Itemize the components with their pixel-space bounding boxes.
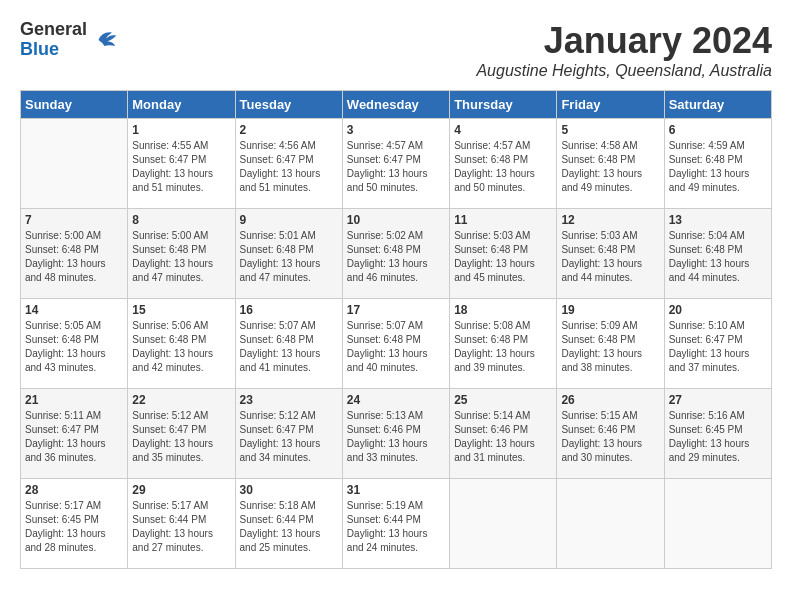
day-info: Sunrise: 5:07 AMSunset: 6:48 PMDaylight:… [347,320,428,373]
calendar-header-thursday: Thursday [450,91,557,119]
calendar-cell: 19Sunrise: 5:09 AMSunset: 6:48 PMDayligh… [557,299,664,389]
calendar-cell: 29Sunrise: 5:17 AMSunset: 6:44 PMDayligh… [128,479,235,569]
calendar-cell: 13Sunrise: 5:04 AMSunset: 6:48 PMDayligh… [664,209,771,299]
calendar-cell: 21Sunrise: 5:11 AMSunset: 6:47 PMDayligh… [21,389,128,479]
calendar-header-saturday: Saturday [664,91,771,119]
calendar-cell: 18Sunrise: 5:08 AMSunset: 6:48 PMDayligh… [450,299,557,389]
calendar-cell: 10Sunrise: 5:02 AMSunset: 6:48 PMDayligh… [342,209,449,299]
day-info: Sunrise: 5:00 AMSunset: 6:48 PMDaylight:… [132,230,213,283]
day-number: 14 [25,303,123,317]
day-number: 23 [240,393,338,407]
calendar-cell: 30Sunrise: 5:18 AMSunset: 6:44 PMDayligh… [235,479,342,569]
logo-bird-icon [91,25,121,55]
day-number: 9 [240,213,338,227]
day-info: Sunrise: 5:02 AMSunset: 6:48 PMDaylight:… [347,230,428,283]
day-number: 15 [132,303,230,317]
calendar-week-row: 21Sunrise: 5:11 AMSunset: 6:47 PMDayligh… [21,389,772,479]
day-number: 8 [132,213,230,227]
calendar-cell: 28Sunrise: 5:17 AMSunset: 6:45 PMDayligh… [21,479,128,569]
day-info: Sunrise: 5:04 AMSunset: 6:48 PMDaylight:… [669,230,750,283]
calendar-cell: 27Sunrise: 5:16 AMSunset: 6:45 PMDayligh… [664,389,771,479]
calendar-header-friday: Friday [557,91,664,119]
calendar-cell: 8Sunrise: 5:00 AMSunset: 6:48 PMDaylight… [128,209,235,299]
calendar-cell: 31Sunrise: 5:19 AMSunset: 6:44 PMDayligh… [342,479,449,569]
day-info: Sunrise: 5:10 AMSunset: 6:47 PMDaylight:… [669,320,750,373]
day-number: 11 [454,213,552,227]
calendar-header-monday: Monday [128,91,235,119]
calendar-cell: 14Sunrise: 5:05 AMSunset: 6:48 PMDayligh… [21,299,128,389]
day-number: 16 [240,303,338,317]
day-number: 30 [240,483,338,497]
day-number: 12 [561,213,659,227]
title-section: January 2024 Augustine Heights, Queensla… [476,20,772,80]
day-info: Sunrise: 5:13 AMSunset: 6:46 PMDaylight:… [347,410,428,463]
day-info: Sunrise: 5:15 AMSunset: 6:46 PMDaylight:… [561,410,642,463]
day-info: Sunrise: 4:55 AMSunset: 6:47 PMDaylight:… [132,140,213,193]
calendar-week-row: 28Sunrise: 5:17 AMSunset: 6:45 PMDayligh… [21,479,772,569]
calendar-cell: 12Sunrise: 5:03 AMSunset: 6:48 PMDayligh… [557,209,664,299]
day-info: Sunrise: 5:01 AMSunset: 6:48 PMDaylight:… [240,230,321,283]
day-number: 19 [561,303,659,317]
day-info: Sunrise: 5:14 AMSunset: 6:46 PMDaylight:… [454,410,535,463]
calendar-cell: 2Sunrise: 4:56 AMSunset: 6:47 PMDaylight… [235,119,342,209]
calendar-cell [557,479,664,569]
day-number: 17 [347,303,445,317]
calendar-cell: 15Sunrise: 5:06 AMSunset: 6:48 PMDayligh… [128,299,235,389]
day-number: 6 [669,123,767,137]
day-info: Sunrise: 5:00 AMSunset: 6:48 PMDaylight:… [25,230,106,283]
day-info: Sunrise: 5:18 AMSunset: 6:44 PMDaylight:… [240,500,321,553]
day-number: 25 [454,393,552,407]
day-info: Sunrise: 4:57 AMSunset: 6:47 PMDaylight:… [347,140,428,193]
calendar-cell: 5Sunrise: 4:58 AMSunset: 6:48 PMDaylight… [557,119,664,209]
calendar-header-tuesday: Tuesday [235,91,342,119]
day-info: Sunrise: 5:07 AMSunset: 6:48 PMDaylight:… [240,320,321,373]
calendar-cell: 20Sunrise: 5:10 AMSunset: 6:47 PMDayligh… [664,299,771,389]
calendar-header-sunday: Sunday [21,91,128,119]
day-number: 21 [25,393,123,407]
day-number: 13 [669,213,767,227]
calendar-cell [664,479,771,569]
day-number: 20 [669,303,767,317]
calendar-cell: 24Sunrise: 5:13 AMSunset: 6:46 PMDayligh… [342,389,449,479]
calendar-table: SundayMondayTuesdayWednesdayThursdayFrid… [20,90,772,569]
calendar-cell: 16Sunrise: 5:07 AMSunset: 6:48 PMDayligh… [235,299,342,389]
day-info: Sunrise: 5:05 AMSunset: 6:48 PMDaylight:… [25,320,106,373]
day-number: 3 [347,123,445,137]
day-info: Sunrise: 5:19 AMSunset: 6:44 PMDaylight:… [347,500,428,553]
calendar-cell [21,119,128,209]
month-title: January 2024 [476,20,772,62]
logo-general-text: General [20,20,87,40]
calendar-week-row: 7Sunrise: 5:00 AMSunset: 6:48 PMDaylight… [21,209,772,299]
day-number: 22 [132,393,230,407]
day-info: Sunrise: 5:16 AMSunset: 6:45 PMDaylight:… [669,410,750,463]
calendar-header-row: SundayMondayTuesdayWednesdayThursdayFrid… [21,91,772,119]
calendar-cell: 23Sunrise: 5:12 AMSunset: 6:47 PMDayligh… [235,389,342,479]
day-info: Sunrise: 5:06 AMSunset: 6:48 PMDaylight:… [132,320,213,373]
day-number: 29 [132,483,230,497]
calendar-cell: 1Sunrise: 4:55 AMSunset: 6:47 PMDaylight… [128,119,235,209]
calendar-cell: 9Sunrise: 5:01 AMSunset: 6:48 PMDaylight… [235,209,342,299]
day-info: Sunrise: 5:11 AMSunset: 6:47 PMDaylight:… [25,410,106,463]
day-number: 5 [561,123,659,137]
location-title: Augustine Heights, Queensland, Australia [476,62,772,80]
day-info: Sunrise: 4:59 AMSunset: 6:48 PMDaylight:… [669,140,750,193]
calendar-cell: 3Sunrise: 4:57 AMSunset: 6:47 PMDaylight… [342,119,449,209]
day-info: Sunrise: 5:12 AMSunset: 6:47 PMDaylight:… [132,410,213,463]
calendar-cell [450,479,557,569]
day-info: Sunrise: 4:57 AMSunset: 6:48 PMDaylight:… [454,140,535,193]
logo: General Blue [20,20,121,60]
calendar-week-row: 1Sunrise: 4:55 AMSunset: 6:47 PMDaylight… [21,119,772,209]
calendar-cell: 7Sunrise: 5:00 AMSunset: 6:48 PMDaylight… [21,209,128,299]
calendar-cell: 6Sunrise: 4:59 AMSunset: 6:48 PMDaylight… [664,119,771,209]
calendar-cell: 26Sunrise: 5:15 AMSunset: 6:46 PMDayligh… [557,389,664,479]
day-info: Sunrise: 4:56 AMSunset: 6:47 PMDaylight:… [240,140,321,193]
logo-blue-text: Blue [20,40,87,60]
day-number: 18 [454,303,552,317]
day-number: 4 [454,123,552,137]
calendar-week-row: 14Sunrise: 5:05 AMSunset: 6:48 PMDayligh… [21,299,772,389]
day-number: 7 [25,213,123,227]
day-number: 2 [240,123,338,137]
day-number: 10 [347,213,445,227]
day-number: 31 [347,483,445,497]
day-number: 27 [669,393,767,407]
